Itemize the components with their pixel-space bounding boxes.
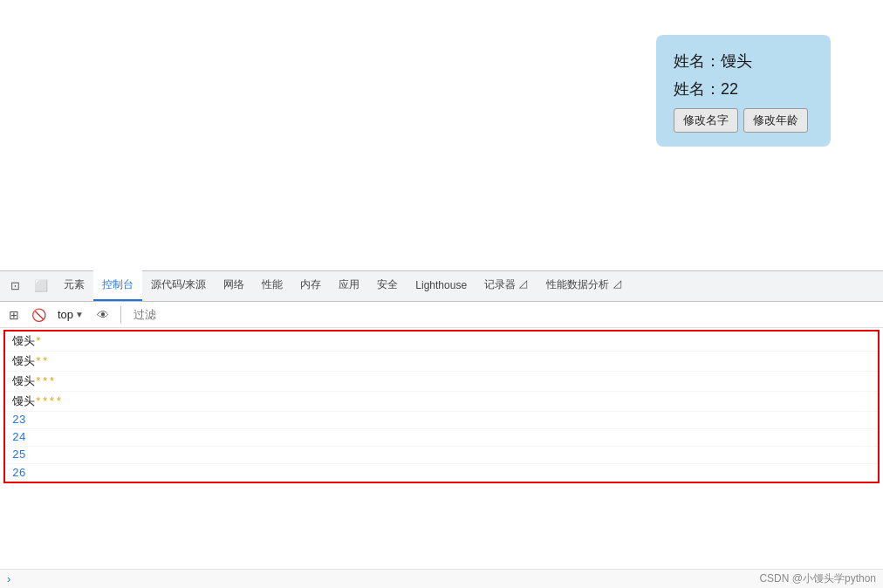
console-line-3: 馒头*** xyxy=(5,372,878,392)
tab-application[interactable]: 应用 xyxy=(330,270,368,301)
tab-network[interactable]: 网络 xyxy=(215,270,253,301)
eye-icon[interactable]: 👁 xyxy=(92,304,113,325)
filter-input[interactable] xyxy=(128,305,880,325)
tab-memory[interactable]: 内存 xyxy=(291,270,330,301)
console-group: 馒头* 馒头** 馒头*** 馒头**** 23 24 25 26 xyxy=(3,330,880,483)
inspect-icon[interactable]: ⊡ xyxy=(3,270,27,301)
console-line-8: 26 xyxy=(5,464,878,482)
separator xyxy=(120,306,121,324)
clear-icon[interactable]: 🚫 xyxy=(28,304,49,325)
card-btn-row: 修改名字 修改年龄 xyxy=(674,108,813,133)
devtools-tabs: ⊡ ⬜ 元素 控制台 源代码/来源 网络 性能 内存 应用 安全 Lightho… xyxy=(0,271,883,302)
context-selector[interactable]: top ▼ xyxy=(52,306,89,323)
dropdown-arrow-icon: ▼ xyxy=(75,310,84,319)
devtools-panel: ⊡ ⬜ 元素 控制台 源代码/来源 网络 性能 内存 应用 安全 Lightho… xyxy=(0,270,883,588)
card-age: 姓名：22 xyxy=(674,79,813,99)
main-content: 姓名：馒头 姓名：22 修改名字 修改年龄 xyxy=(0,0,883,270)
watermark: CSDN @小馒头学python xyxy=(759,571,876,586)
card-name: 姓名：馒头 xyxy=(674,51,813,72)
tab-perf-insights[interactable]: 性能数据分析 ⊿ xyxy=(537,270,631,301)
tab-recorder[interactable]: 记录器 ⊿ xyxy=(476,270,537,301)
tab-security[interactable]: 安全 xyxy=(368,270,407,301)
tab-performance[interactable]: 性能 xyxy=(253,270,291,301)
tab-sources[interactable]: 源代码/来源 xyxy=(142,270,215,301)
console-line-2: 馒头** xyxy=(5,352,878,372)
devtools-toolbar: ⊞ 🚫 top ▼ 👁 xyxy=(0,302,883,328)
info-card: 姓名：馒头 姓名：22 修改名字 修改年龄 xyxy=(656,35,831,147)
tab-console[interactable]: 控制台 xyxy=(93,270,142,301)
tab-elements[interactable]: 元素 xyxy=(55,270,93,301)
console-line-7: 25 xyxy=(5,447,878,464)
sidebar-toggle-icon[interactable]: ⊞ xyxy=(3,304,24,325)
modify-age-button[interactable]: 修改年龄 xyxy=(743,108,808,133)
console-line-1: 馒头* xyxy=(5,332,878,352)
console-output: 馒头* 馒头** 馒头*** 馒头**** 23 24 25 26 xyxy=(0,328,883,569)
modify-name-button[interactable]: 修改名字 xyxy=(674,108,738,133)
console-line-4: 馒头**** xyxy=(5,392,878,412)
top-label: top xyxy=(58,308,73,321)
console-line-5: 23 xyxy=(5,412,878,429)
device-icon[interactable]: ⬜ xyxy=(27,270,55,301)
status-arrow: › xyxy=(7,572,10,585)
console-line-6: 24 xyxy=(5,429,878,447)
status-bar: › CSDN @小馒头学python xyxy=(0,569,883,588)
tab-lighthouse[interactable]: Lighthouse xyxy=(407,270,476,301)
